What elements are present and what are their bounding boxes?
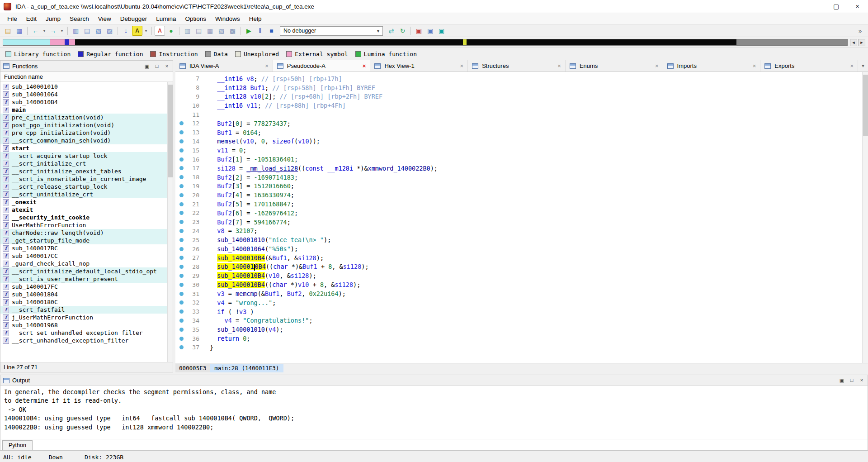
pause-process-icon[interactable]: ‖: [255, 26, 265, 36]
function-list-item[interactable]: f_guard_check_icall_nop: [0, 260, 173, 267]
highlight-menu-icon[interactable]: ▾: [143, 26, 149, 36]
structs-union-icon[interactable]: ▩: [227, 26, 238, 36]
menu-search[interactable]: Search: [65, 14, 94, 24]
function-list-item[interactable]: fsub_1400017CC: [0, 252, 173, 260]
open-file-icon[interactable]: ▤: [3, 26, 13, 36]
forward-history-icon[interactable]: ▾: [59, 26, 65, 36]
toolbar-overflow-button[interactable]: »: [855, 26, 865, 36]
code-line[interactable]: 22 Buf2[6] = -1626976412;: [175, 209, 862, 218]
function-list-item[interactable]: f__scrt_initialize_crt: [0, 160, 173, 167]
code-line[interactable]: 20 Buf2[4] = 1636330974;: [175, 191, 862, 200]
close-icon[interactable]: ×: [164, 63, 170, 69]
debugger-attach-icon[interactable]: ⇄: [386, 26, 396, 36]
function-list-item[interactable]: fmain: [0, 106, 173, 114]
structs-shrink-icon[interactable]: ▧: [216, 26, 226, 36]
function-list-item[interactable]: f__scrt_unhandled_exception_filter: [0, 337, 173, 344]
function-list-item[interactable]: f__scrt_release_startup_lock: [0, 183, 173, 191]
function-list-item[interactable]: fpre_c_initialization(void): [0, 114, 173, 121]
tab-enums[interactable]: Enums×: [566, 60, 663, 71]
breakpoint-list-icon[interactable]: ▣: [414, 26, 424, 36]
function-list-item[interactable]: fsub_1400010B4: [0, 98, 173, 106]
code-line[interactable]: 15 v11 = 0;: [175, 146, 862, 155]
tab-close-icon[interactable]: ×: [460, 62, 464, 69]
function-list-item[interactable]: fsub_1400017BC: [0, 244, 173, 252]
function-list-item[interactable]: f__scrt_fastfail: [0, 306, 173, 314]
jump-down-icon[interactable]: ↓: [121, 26, 131, 36]
function-list-item[interactable]: fUserMathErrorFunction: [0, 221, 173, 229]
tab-close-icon[interactable]: ×: [265, 62, 269, 69]
function-list-item[interactable]: f__scrt_initialize_default_local_stdio_o…: [0, 267, 173, 275]
tab-exports[interactable]: Exports×: [760, 60, 858, 71]
tab-close-icon[interactable]: ×: [753, 62, 756, 69]
function-list-item[interactable]: f__scrt_common_main_seh(void): [0, 137, 173, 144]
code-line[interactable]: 32 v4 = "wrong...";: [175, 298, 862, 307]
function-list-item[interactable]: fatexit: [0, 206, 173, 214]
forward-icon[interactable]: →: [48, 26, 58, 36]
code-scrollbar[interactable]: [862, 72, 868, 363]
watch-list-icon[interactable]: ▣: [425, 26, 435, 36]
code-line[interactable]: 14 memset(v10, 0, sizeof(v10));: [175, 137, 862, 146]
function-list-item[interactable]: f__scrt_uninitialize_crt: [0, 191, 173, 198]
function-list-item[interactable]: fstart: [0, 144, 173, 152]
menu-view[interactable]: View: [94, 14, 116, 24]
menu-edit[interactable]: Edit: [22, 14, 41, 24]
menu-windows[interactable]: Windows: [211, 14, 245, 24]
code-line[interactable]: 33 if ( !v3 ): [175, 307, 862, 316]
output-log[interactable]: In general, the decompiler checks the se…: [0, 386, 868, 439]
function-list-item[interactable]: f__security_init_cookie: [0, 214, 173, 221]
trace-window-icon[interactable]: ▣: [436, 26, 447, 36]
tab-pseudocode-a[interactable]: Pseudocode-A×: [273, 60, 371, 71]
functions-scrollbar[interactable]: [167, 82, 173, 362]
code-line[interactable]: 26 sub_140001064("%50s");: [175, 244, 862, 253]
function-list-item[interactable]: fpre_cpp_initialization(void): [0, 129, 173, 137]
tab-ida-view-a[interactable]: IDA View-A×: [175, 60, 273, 71]
function-list-item[interactable]: f__scrt_acquire_startup_lock: [0, 152, 173, 160]
menu-lumina[interactable]: Lumina: [151, 14, 180, 24]
debugger-refresh-icon[interactable]: ↻: [397, 26, 408, 36]
highlight-identifier-icon[interactable]: A: [132, 26, 142, 36]
code-line[interactable]: 12 Buf2[0] = 778273437;: [175, 119, 862, 128]
structs-add-icon[interactable]: ▥: [182, 26, 193, 36]
function-list-item[interactable]: fsub_1400017FC: [0, 283, 173, 291]
function-list-item[interactable]: fsub_140001968: [0, 321, 173, 329]
function-list-item[interactable]: f__scrt_initialize_onexit_tables: [0, 167, 173, 175]
function-list-item[interactable]: fcharNode::raw_length(void): [0, 229, 173, 237]
close-icon[interactable]: ×: [859, 377, 865, 383]
tab-hex-view-1[interactable]: Hex View-1×: [370, 60, 468, 71]
code-line[interactable]: 29 sub_1400010B4(v10, &si128);: [175, 271, 862, 281]
code-scrollbar-thumb[interactable]: [863, 75, 868, 136]
code-line[interactable]: 7 __int16 v8; // [rsp+50h] [rbp+17h]: [175, 74, 862, 83]
code-line[interactable]: 35 sub_140001010(v4);: [175, 325, 862, 334]
code-line[interactable]: 25 sub_140001010("nice tea!\n> ");: [175, 235, 862, 244]
navband-right-arrow[interactable]: ►: [858, 39, 865, 46]
code-line[interactable]: 34 v4 = "Congratulations!";: [175, 316, 862, 325]
dock-icon[interactable]: ▣: [839, 377, 845, 383]
navband-left-arrow[interactable]: ◄: [850, 39, 857, 46]
code-line[interactable]: 10 __int16 v11; // [rsp+88h] [rbp+4Fh]: [175, 101, 862, 110]
float-icon[interactable]: □: [849, 377, 855, 383]
lumina-icon[interactable]: ●: [166, 26, 176, 36]
code-line[interactable]: 23 Buf2[7] = 594166774;: [175, 218, 862, 227]
jump-function-icon[interactable]: ▧: [93, 26, 104, 36]
tab-structures[interactable]: Structures×: [468, 60, 566, 71]
function-list-item[interactable]: fj_UserMathErrorFunction: [0, 314, 173, 321]
float-icon[interactable]: □: [154, 63, 160, 69]
function-list-item[interactable]: f__scrt_is_nonwritable_in_current_image: [0, 175, 173, 183]
function-list-item[interactable]: fsub_140001010: [0, 83, 173, 90]
tab-close-icon[interactable]: ×: [655, 62, 659, 69]
function-list-item[interactable]: fsub_14000180C: [0, 298, 173, 306]
code-line[interactable]: 11: [175, 110, 862, 119]
maximize-button[interactable]: ▢: [826, 0, 847, 13]
tab-list-button[interactable]: ▾: [858, 60, 868, 71]
function-list-item[interactable]: f_onexit: [0, 198, 173, 206]
function-list-item[interactable]: fpost_pgo_initialization(void): [0, 121, 173, 129]
dock-icon[interactable]: ▣: [144, 63, 150, 69]
structs-del-icon[interactable]: ▤: [193, 26, 204, 36]
tab-imports[interactable]: Imports×: [663, 60, 761, 71]
close-button[interactable]: ×: [847, 0, 868, 13]
code-line[interactable]: 13 Buf1 = 0i64;: [175, 128, 862, 137]
stop-process-icon[interactable]: ■: [266, 26, 277, 36]
code-line[interactable]: 31 v3 = memcmp(&Buf1, Buf2, 0x22ui64);: [175, 289, 862, 298]
code-line[interactable]: 24 v8 = 32107;: [175, 227, 862, 236]
menu-debugger[interactable]: Debugger: [116, 14, 151, 24]
